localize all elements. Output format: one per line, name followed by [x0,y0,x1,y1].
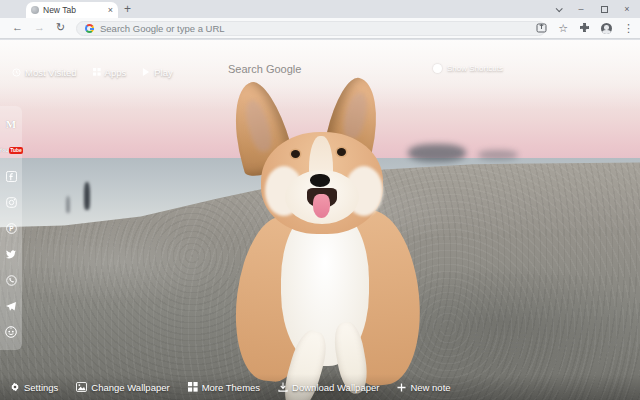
wallpaper-person [84,182,90,210]
page-bottom-bar: Settings Change Wallpaper More Themes Do… [0,374,640,400]
profile-avatar[interactable] [601,23,612,34]
forward-icon[interactable]: → [34,21,45,33]
tab-title: New Tab [43,5,104,15]
telegram-icon[interactable] [3,298,19,314]
image-icon [76,382,87,392]
page-search-input[interactable] [205,58,435,80]
twitter-icon[interactable] [3,246,19,262]
extensions-puzzle-icon[interactable] [579,22,590,35]
omnibox[interactable] [76,21,546,36]
wallpaper-corgi-dog [225,78,425,400]
google-logo-icon [85,24,94,33]
dog-tongue [313,194,330,218]
window-controls: – × [553,0,636,18]
page-search[interactable] [205,58,435,80]
apps-grid-icon [93,68,101,76]
youtube-icon[interactable]: YouTube [3,142,19,158]
play-icon [142,68,150,76]
facebook-icon[interactable] [3,168,19,184]
whatsapp-icon[interactable] [3,272,19,288]
most-visited-link[interactable]: Most Visited [12,67,77,78]
new-tab-page: Most Visited Apps Play Show Shortcuts M … [0,40,640,400]
gear-icon [10,382,20,392]
browser-tab[interactable]: New Tab × [26,2,118,18]
toolbar-actions: ☆ ⋮ [536,18,636,39]
back-icon[interactable]: ← [12,21,23,33]
bookmark-star-icon[interactable]: ☆ [558,23,568,34]
clock-icon [12,68,21,77]
tab-strip: New Tab × + – × [0,0,640,18]
change-wallpaper-button[interactable]: Change Wallpaper [76,382,169,393]
dog-eye [337,148,346,156]
dog-eye [291,150,300,158]
dog-nose [310,174,330,187]
gmail-icon[interactable]: M [3,116,19,132]
plus-icon [397,383,406,392]
new-tab-button[interactable]: + [124,2,131,16]
new-note-button[interactable]: New note [397,382,450,393]
wallpaper-horizon-buildings [478,150,518,160]
browser-window: New Tab × + – × ← → ↻ ☆ ⋮ [0,0,640,400]
wallpaper-person-small [66,196,70,213]
settings-button[interactable]: Settings [10,382,58,393]
menu-dots-icon[interactable]: ⋮ [623,23,634,34]
reddit-icon[interactable] [3,324,19,340]
reload-icon[interactable]: ↻ [56,21,65,34]
close-icon[interactable]: × [622,4,632,14]
pinterest-icon[interactable]: P [3,220,19,236]
omnibox-input[interactable] [100,23,537,34]
instagram-icon[interactable] [3,194,19,210]
toggle-checkbox[interactable] [433,64,442,73]
toggle-label: Show Shortcuts [447,64,503,73]
tab-favicon-icon [31,6,39,14]
share-icon[interactable] [536,22,547,35]
browser-toolbar: ← → ↻ ☆ ⋮ [0,18,640,39]
shortcuts-toggle[interactable]: Show Shortcuts [433,64,503,73]
download-icon [278,382,288,392]
themes-grid-icon [188,382,198,392]
social-sidebar: M YouTube P [0,106,22,350]
svg-text:P: P [9,224,14,231]
apps-link[interactable]: Apps [93,67,127,78]
tab-close-icon[interactable]: × [108,6,113,15]
maximize-icon[interactable] [599,4,609,14]
minimize-icon[interactable]: – [576,4,586,14]
play-link[interactable]: Play [142,67,172,78]
download-wallpaper-button[interactable]: Download Wallpaper [278,382,379,393]
more-themes-button[interactable]: More Themes [188,382,260,393]
tab-search-icon[interactable] [553,4,563,14]
